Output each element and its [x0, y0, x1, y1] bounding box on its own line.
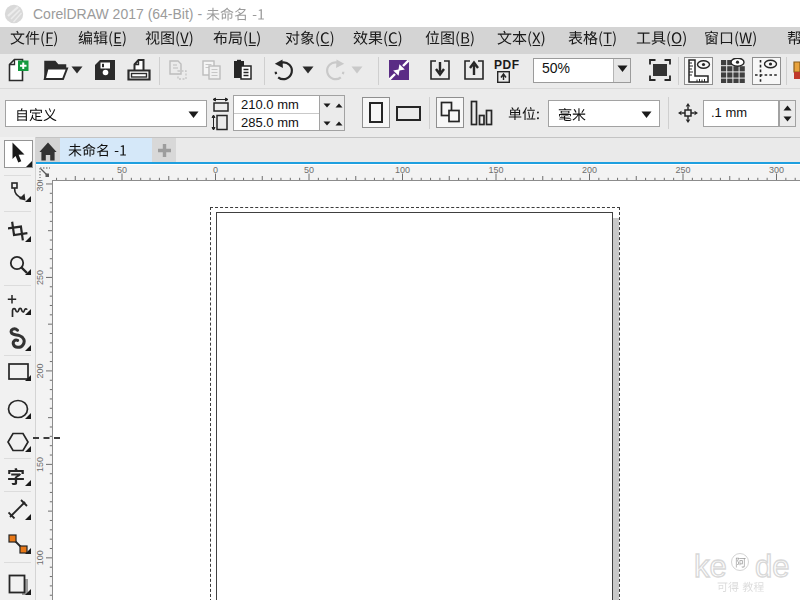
svg-text:50: 50 — [304, 165, 314, 175]
svg-text:100: 100 — [36, 550, 45, 565]
svg-text:100: 100 — [395, 165, 410, 175]
svg-text:300: 300 — [769, 165, 784, 175]
svg-text:50: 50 — [117, 165, 127, 175]
svg-text:200: 200 — [36, 363, 45, 378]
svg-text:200: 200 — [582, 165, 597, 175]
svg-text:150: 150 — [36, 457, 45, 472]
svg-text:0: 0 — [213, 165, 218, 175]
svg-text:150: 150 — [488, 165, 503, 175]
svg-text:250: 250 — [36, 270, 45, 285]
svg-text:250: 250 — [675, 165, 690, 175]
